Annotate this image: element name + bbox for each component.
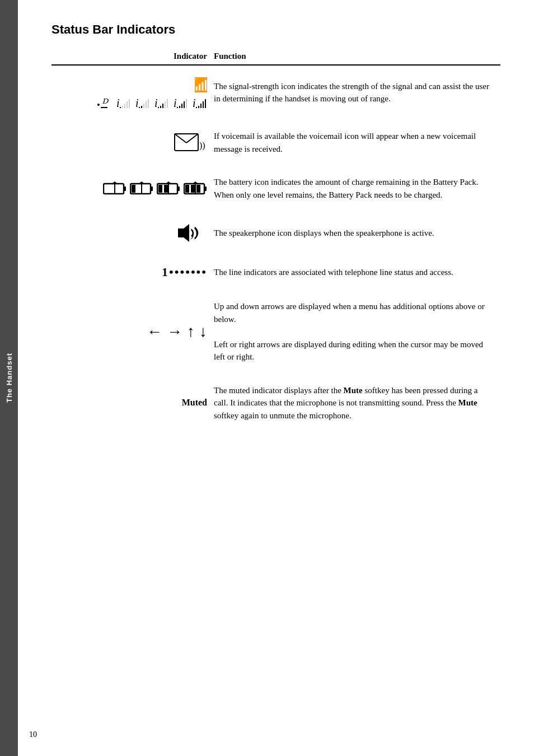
svg-marker-51: [166, 181, 171, 184]
line-indicator-cell: 1•••••••: [51, 255, 214, 290]
svg-rect-17: [158, 107, 159, 108]
voicemail-indicator-cell: )): [51, 120, 214, 166]
page-title: Status Bar Indicators: [51, 22, 500, 37]
svg-marker-58: [193, 181, 198, 184]
svg-rect-8: [127, 101, 128, 108]
svg-rect-26: [184, 101, 185, 108]
svg-rect-13: [143, 104, 144, 108]
speakerphone-indicator-cell: )): [51, 212, 214, 255]
svg-rect-6: [122, 106, 123, 108]
svg-point-3: [97, 104, 100, 106]
svg-rect-31: [200, 104, 202, 108]
signal-function-cell: The signal-strength icon indicates the s…: [214, 65, 500, 120]
signal-icon-level1: i: [135, 94, 150, 109]
indicator-table: Indicator Function 📶: [51, 48, 500, 432]
svg-marker-60: [178, 224, 189, 242]
svg-rect-14: [146, 101, 147, 108]
svg-rect-49: [158, 185, 162, 193]
table-row: )) The speakerphone icon displays when t…: [51, 212, 500, 255]
arrows-function-text-1: Up and down arrows are displayed when a …: [214, 302, 485, 324]
signal-icons: 📶: [51, 76, 207, 92]
signal-icon-level2: i: [154, 94, 169, 109]
signal-icon-level3: i: [174, 94, 188, 109]
signal-icon-0: 📶: [195, 76, 207, 92]
signal-indicator-cell: 📶 ᴰ: [51, 65, 214, 120]
table-row: The battery icon indicates the amount of…: [51, 166, 500, 212]
sidebar-tab-label: The Handset: [5, 353, 13, 403]
col-header-function: Function: [214, 48, 500, 65]
voicemail-icon-wrap: )): [51, 130, 207, 155]
arrows-icon-wrap: ← → ↑ ↓: [51, 323, 207, 340]
main-content: Status Bar Indicators Indicator Function…: [29, 0, 534, 455]
battery-function-text: The battery icon indicates the amount of…: [214, 178, 478, 199]
voicemail-icon: )): [174, 130, 207, 155]
signal-icon-level0: i: [116, 94, 131, 109]
muted-mute-bold-1: Mute: [344, 386, 363, 395]
battery-icons: [51, 181, 207, 197]
svg-rect-21: [167, 99, 168, 108]
table-row: ← → ↑ ↓ Up and down arrows are displayed…: [51, 290, 500, 374]
svg-line-35: [175, 134, 186, 143]
svg-line-36: [186, 134, 198, 143]
speakerphone-function-text: The speakerphone icon displays when the …: [214, 228, 434, 237]
svg-text:i: i: [135, 97, 139, 109]
line-function-cell: The line indicators are associated with …: [214, 255, 500, 290]
svg-rect-12: [141, 106, 142, 108]
voicemail-function-text: If voicemail is available the voicemail …: [214, 132, 476, 153]
line-indicator-icon: 1•••••••: [162, 265, 207, 279]
muted-function-text: The muted indicator displays after the M…: [214, 386, 478, 420]
svg-rect-54: [204, 186, 207, 191]
arrow-down-icon: ↓: [199, 323, 207, 340]
battery-icon-3: [184, 181, 207, 197]
line-indicator-wrap: 1•••••••: [51, 265, 207, 279]
svg-rect-32: [203, 101, 204, 108]
signal-function-text: The signal-strength icon indicates the s…: [214, 82, 489, 104]
svg-rect-18: [160, 106, 161, 108]
arrow-up-icon: ↑: [187, 323, 195, 340]
svg-marker-45: [139, 181, 144, 184]
svg-rect-20: [165, 101, 166, 108]
svg-rect-7: [124, 104, 125, 108]
page-number: 10: [29, 730, 37, 739]
arrows-indicator-cell: ← → ↑ ↓: [51, 290, 214, 374]
col-header-indicator: Indicator: [51, 48, 214, 65]
muted-mute-bold-2: Mute: [458, 398, 477, 407]
signal-icon-1: ᴰ: [96, 92, 112, 109]
svg-rect-33: [205, 99, 206, 108]
svg-text:📶: 📶: [195, 76, 207, 92]
line-function-text: The line indicators are associated with …: [214, 268, 453, 277]
svg-text:i: i: [193, 97, 196, 109]
svg-rect-30: [198, 106, 199, 108]
svg-rect-23: [177, 107, 178, 108]
muted-indicator-label: Muted: [182, 398, 207, 407]
speakerphone-function-cell: The speakerphone icon displays when the …: [214, 212, 500, 255]
muted-function-cell: The muted indicator displays after the M…: [214, 374, 500, 432]
svg-rect-24: [179, 106, 180, 108]
battery-function-cell: The battery icon indicates the amount of…: [214, 166, 500, 212]
svg-rect-15: [148, 99, 149, 108]
battery-icon-1: [130, 181, 153, 197]
svg-rect-50: [164, 185, 168, 193]
signal-icon-level4: i: [193, 94, 207, 109]
svg-text:i: i: [174, 97, 177, 109]
svg-rect-29: [196, 107, 197, 108]
svg-rect-44: [132, 185, 135, 193]
svg-rect-19: [162, 104, 163, 108]
svg-rect-55: [185, 185, 189, 193]
svg-rect-11: [139, 107, 140, 108]
arrow-right-icon: →: [167, 323, 182, 340]
svg-rect-9: [129, 99, 130, 108]
table-row: Muted The muted indicator displays after…: [51, 374, 500, 432]
svg-rect-27: [186, 99, 187, 108]
svg-rect-2: [101, 107, 107, 108]
svg-rect-25: [181, 104, 182, 108]
battery-icon-2: [157, 181, 180, 197]
svg-rect-48: [177, 186, 180, 191]
svg-rect-57: [196, 185, 200, 193]
battery-indicator-cell: [51, 166, 214, 212]
svg-rect-5: [120, 107, 121, 108]
battery-icon-0: [103, 181, 127, 197]
signal-group: ᴰ i: [51, 92, 207, 109]
svg-rect-38: [104, 184, 124, 194]
arrows-function-text-2: Left or right arrows are displayed durin…: [214, 340, 483, 362]
